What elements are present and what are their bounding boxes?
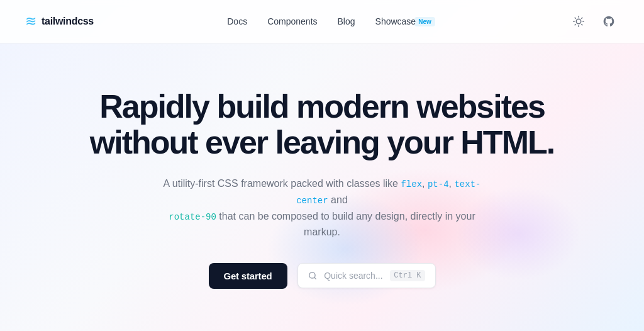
nav-link-docs[interactable]: Docs <box>227 16 247 26</box>
code-pt4: pt-4 <box>428 179 449 189</box>
svg-line-7 <box>575 25 575 25</box>
svg-point-0 <box>576 19 581 24</box>
search-box[interactable]: Quick search... Ctrl K <box>297 263 436 288</box>
search-shortcut: Ctrl K <box>390 270 425 281</box>
hero-title: Rapidly build modern websites without ev… <box>90 89 554 160</box>
new-badge: New <box>414 17 435 26</box>
theme-toggle-button[interactable] <box>569 11 589 31</box>
logo[interactable]: ≋ tailwindcss <box>25 14 94 28</box>
navbar: ≋ tailwindcss Docs Components Blog Showc… <box>0 0 644 43</box>
search-icon <box>308 271 317 280</box>
svg-line-4 <box>582 25 582 25</box>
hero-subtitle: A utility-first CSS framework packed wit… <box>152 176 492 240</box>
nav-link-showcase[interactable]: Showcase <box>375 16 416 26</box>
svg-line-10 <box>314 278 316 279</box>
code-rotate90: rotate-90 <box>169 212 216 222</box>
nav-link-components[interactable]: Components <box>267 16 317 26</box>
svg-line-3 <box>575 18 575 18</box>
hero-section: Rapidly build modern websites without ev… <box>0 43 644 314</box>
nav-icons <box>569 11 619 31</box>
logo-icon: ≋ <box>25 14 36 28</box>
search-placeholder-text: Quick search... <box>322 271 386 281</box>
github-button[interactable] <box>599 11 619 31</box>
hero-actions: Get started Quick search... Ctrl K <box>209 263 436 289</box>
nav-link-blog[interactable]: Blog <box>338 16 355 26</box>
get-started-button[interactable]: Get started <box>209 263 287 289</box>
logo-text: tailwindcss <box>42 16 94 27</box>
github-icon <box>602 15 615 28</box>
sun-icon <box>573 16 584 27</box>
svg-line-8 <box>582 18 582 18</box>
code-flex: flex <box>401 179 422 189</box>
nav-links: Docs Components Blog Showcase New <box>227 16 435 26</box>
